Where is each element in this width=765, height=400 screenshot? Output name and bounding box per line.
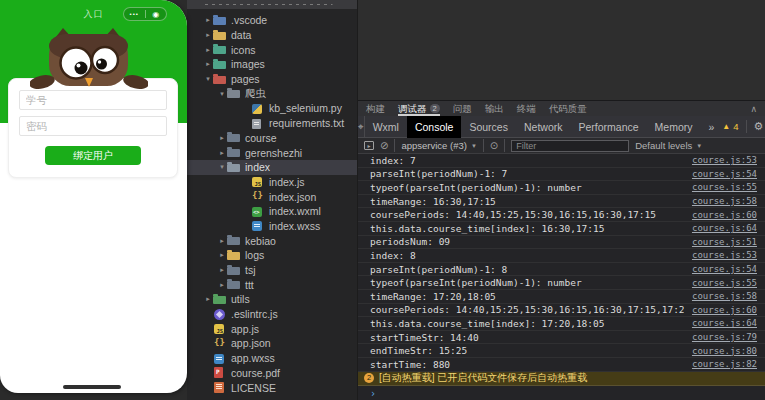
context-selector[interactable]: appservice (#3) ▼ — [401, 140, 476, 151]
miniprogram-simulator: 入口 ••• ◉ 绑定用户 — [0, 0, 187, 393]
tree-item-course[interactable]: ▸course — [187, 131, 357, 146]
chevron-collapsed-icon[interactable]: ▸ — [203, 31, 213, 39]
folder-icon — [213, 15, 226, 26]
tree-item-requirements.txt[interactable]: requirements.txt — [187, 116, 357, 131]
chevron-collapsed-icon[interactable]: ▸ — [217, 281, 227, 289]
console-prompt[interactable]: › — [358, 386, 765, 400]
tree-item-label: kebiao — [245, 235, 276, 247]
tree-item-index.wxml[interactable]: index.wxml — [187, 204, 357, 219]
chevron-down-icon: ▼ — [471, 143, 477, 149]
log-message: coursePeriods: 14:40,15:25,15:30,16:15,1… — [370, 209, 684, 220]
clear-console-icon[interactable]: ⊘ — [380, 141, 388, 151]
devtools-tab-console[interactable]: Console — [407, 116, 462, 138]
tree-item-kb_selenium.py[interactable]: kb_selenium.py — [187, 101, 357, 116]
console-log-row: endTimeStr: 15:25course.js:80 — [358, 344, 765, 358]
inspect-element-icon[interactable]: ⌖ — [358, 116, 365, 138]
tree-item-index.json[interactable]: {}index.json — [187, 189, 357, 204]
tree-item-icons[interactable]: ▸icons — [187, 42, 357, 57]
source-link[interactable]: course.js:64 — [692, 318, 757, 328]
source-link[interactable]: course.js:58 — [692, 291, 757, 301]
devtools-tab-sources[interactable]: Sources — [461, 116, 516, 138]
tree-item-app.json[interactable]: ▸{}app.json — [187, 336, 357, 351]
tree-item-gerenshezhi[interactable]: ▸gerenshezhi — [187, 145, 357, 160]
tree-item-.vscode[interactable]: ▸.vscode — [187, 13, 357, 28]
tree-item-爬虫[interactable]: ▾爬虫 — [187, 86, 357, 101]
tree-item-kebiao[interactable]: ▸kebiao — [187, 233, 357, 248]
source-link[interactable]: course.js:60 — [692, 305, 757, 315]
source-link[interactable]: course.js:58 — [692, 196, 757, 206]
console-filter-input[interactable] — [511, 140, 629, 152]
warnings-badge[interactable]: ▲4 — [722, 121, 738, 132]
panel-tab-4[interactable]: 输出 — [485, 101, 504, 116]
console-output: index: 7course.js:53parseInt(periodNum)-… — [358, 154, 765, 400]
source-link[interactable]: course.js:80 — [692, 346, 757, 356]
source-link[interactable]: course.js:82 — [692, 359, 757, 369]
log-message: startTimeStr: 14:40 — [370, 332, 684, 343]
top-frame-icon[interactable]: ▸ — [364, 141, 374, 150]
tree-item-pages[interactable]: ▾pages — [187, 72, 357, 87]
more-menu-icon[interactable]: ••• — [124, 11, 145, 17]
tree-item-index.wxss[interactable]: index.wxss — [187, 219, 357, 234]
log-levels-selector[interactable]: Default levels ▼ — [635, 140, 702, 151]
chevron-collapsed-icon[interactable]: ▸ — [217, 251, 227, 259]
panel-tab-6[interactable]: 代码质量 — [549, 101, 587, 116]
chevron-collapsed-icon[interactable]: ▸ — [203, 46, 213, 54]
chevron-collapsed-icon[interactable]: ▸ — [217, 149, 227, 157]
tree-item-logs[interactable]: ▸logs — [187, 248, 357, 263]
log-message: this.data.course_time[index]: 17:20,18:0… — [370, 318, 684, 329]
live-expression-eye-icon[interactable]: ⊙ — [490, 141, 498, 151]
source-link[interactable]: course.js:54 — [692, 264, 757, 274]
chevron-expanded-icon[interactable]: ▾ — [217, 90, 227, 98]
panel-tab-3[interactable]: 问题 — [453, 101, 472, 116]
source-link[interactable]: course.js:53 — [692, 250, 757, 260]
tree-item-course.pdf[interactable]: ▸course.pdf — [187, 366, 357, 381]
prompt-chevron-icon: › — [370, 388, 376, 399]
tree-item-label: kb_selenium.py — [269, 102, 342, 114]
source-link[interactable]: course.js:55 — [692, 278, 757, 288]
wxss-file-icon — [213, 353, 226, 364]
chevron-expanded-icon[interactable]: ▾ — [217, 163, 227, 171]
tree-item-app.js[interactable]: ▸app.js — [187, 321, 357, 336]
tree-item-utils[interactable]: ▸utils — [187, 292, 357, 307]
tree-item-index.js[interactable]: index.js — [187, 175, 357, 190]
tree-item-images[interactable]: ▸images — [187, 57, 357, 72]
chevron-collapsed-icon[interactable]: ▸ — [217, 237, 227, 245]
tree-item-.eslintrc.js[interactable]: ▸.eslintrc.js — [187, 307, 357, 322]
panel-tab-label: 输出 — [485, 101, 504, 116]
student-id-input[interactable] — [19, 90, 167, 110]
chevron-collapsed-icon[interactable]: ▸ — [203, 16, 213, 24]
tree-item-ttt[interactable]: ▸ttt — [187, 277, 357, 292]
minimize-record-icon[interactable]: ◉ — [146, 10, 167, 19]
source-link[interactable]: course.js:54 — [692, 169, 757, 179]
source-link[interactable]: course.js:53 — [692, 155, 757, 165]
collapse-panel-icon[interactable]: ∧ — [750, 104, 757, 114]
devtools-tab-[interactable]: » — [701, 116, 723, 138]
source-link[interactable]: course.js:60 — [692, 210, 757, 220]
devtools-tab-performance[interactable]: Performance — [570, 116, 646, 138]
source-link[interactable]: course.js:55 — [692, 182, 757, 192]
password-input[interactable] — [19, 116, 167, 136]
console-log-row: timeRange: 16:30,17:15course.js:58 — [358, 195, 765, 209]
source-link[interactable]: course.js:79 — [692, 332, 757, 342]
tree-item-index[interactable]: ▾index — [187, 160, 357, 175]
devtools-tab-network[interactable]: Network — [516, 116, 571, 138]
source-link[interactable]: course.js:64 — [692, 223, 757, 233]
tree-item-data[interactable]: ▸data — [187, 28, 357, 43]
tree-item-app.wxss[interactable]: ▸app.wxss — [187, 351, 357, 366]
chevron-collapsed-icon[interactable]: ▸ — [203, 60, 213, 68]
devtools-tab-wxml[interactable]: Wxml — [365, 116, 407, 138]
tree-item-LICENSE[interactable]: ▸LICENSE — [187, 380, 357, 395]
panel-tab-1[interactable]: 构建 — [366, 101, 385, 116]
source-link[interactable]: course.js:51 — [692, 237, 757, 247]
settings-gear-icon[interactable]: ⚙ — [754, 120, 764, 133]
devtools-tab-memory[interactable]: Memory — [647, 116, 701, 138]
panel-tab-5[interactable]: 终端 — [517, 101, 536, 116]
panel-tab-2[interactable]: 调试器2 — [398, 101, 440, 116]
chevron-collapsed-icon[interactable]: ▸ — [217, 266, 227, 274]
chevron-collapsed-icon[interactable]: ▸ — [203, 295, 213, 303]
chevron-collapsed-icon[interactable]: ▸ — [217, 134, 227, 142]
tree-item-tsj[interactable]: ▸tsj — [187, 263, 357, 278]
bind-user-button[interactable]: 绑定用户 — [45, 146, 141, 165]
devtools-panel-tabbar: 构建调试器2问题输出终端代码质量∧ — [358, 101, 765, 116]
chevron-expanded-icon[interactable]: ▾ — [203, 75, 213, 83]
